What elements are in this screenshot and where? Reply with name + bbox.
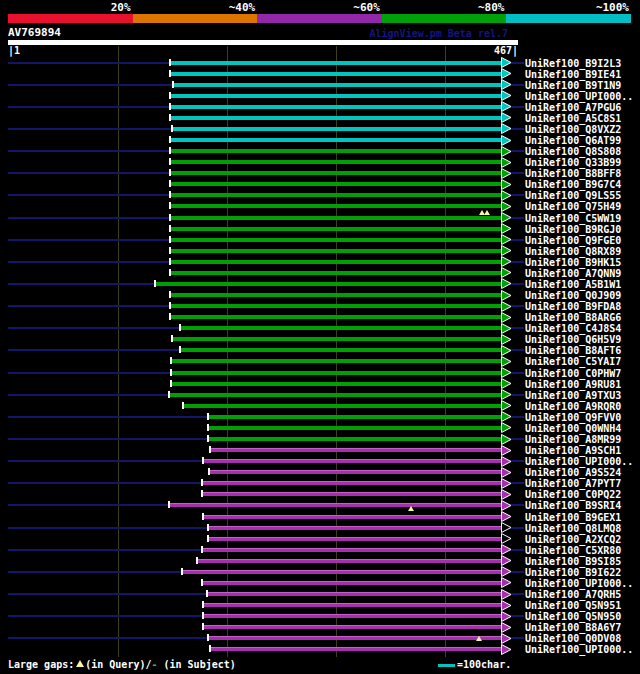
hit-label[interactable]: UniRef100_Q9FVV0 [525, 412, 621, 423]
hit-label[interactable]: UniRef100_UPI000.. [525, 456, 633, 467]
hit-label[interactable]: UniRef100_Q8RX89 [525, 246, 621, 257]
hit-label[interactable]: UniRef100_A9RU81 [525, 379, 621, 390]
hit-bar[interactable] [170, 182, 502, 186]
hit-bar[interactable] [207, 592, 502, 596]
hit-label[interactable]: UniRef100_Q0J909 [525, 290, 621, 301]
hit-label[interactable]: UniRef100_B9G7C4 [525, 179, 621, 190]
hit-bar[interactable] [170, 116, 502, 120]
hit-label[interactable]: UniRef100_A9RQR0 [525, 401, 621, 412]
hit-label[interactable]: UniRef100_Q75H49 [525, 201, 621, 212]
hit-bar[interactable] [203, 515, 502, 519]
hit-label[interactable]: UniRef100_Q33B99 [525, 157, 621, 168]
hit-bar[interactable] [155, 282, 502, 286]
hit-bar[interactable] [208, 426, 502, 430]
hit-label[interactable]: UniRef100_UPI000.. [525, 91, 633, 102]
hit-bar[interactable] [173, 83, 502, 87]
hit-label[interactable]: UniRef100_Q9FGE0 [525, 235, 621, 246]
hit-label[interactable]: UniRef100_B9T1N9 [525, 80, 621, 91]
hit-bar[interactable] [202, 581, 502, 585]
hit-label[interactable]: UniRef100_Q8LMQ8 [525, 523, 621, 534]
hit-bar[interactable] [170, 160, 502, 164]
hit-label[interactable]: UniRef100_B9RGJ0 [525, 224, 621, 235]
hit-label[interactable]: UniRef100_Q5N951 [525, 600, 621, 611]
hit-bar[interactable] [197, 559, 502, 563]
hit-bar[interactable] [170, 293, 502, 297]
hit-bar[interactable] [170, 304, 502, 308]
hit-label[interactable]: UniRef100_C0PHW7 [525, 368, 621, 379]
hit-bar[interactable] [170, 238, 502, 242]
hit-bar[interactable] [169, 503, 502, 507]
hit-bar[interactable] [203, 625, 502, 629]
hit-label[interactable]: UniRef100_A7PYT7 [525, 478, 621, 489]
hit-label[interactable]: UniRef100_A9TXU3 [525, 390, 621, 401]
hit-label[interactable]: UniRef100_B8AFT6 [525, 345, 621, 356]
hit-label[interactable]: UniRef100_A9S524 [525, 467, 621, 478]
hit-label[interactable]: UniRef100_UPI000.. [525, 578, 633, 589]
hit-label[interactable]: UniRef100_Q6AT99 [525, 135, 621, 146]
hit-label[interactable]: UniRef100_B9IE41 [525, 69, 621, 80]
hit-bar[interactable] [170, 216, 502, 220]
hit-bar[interactable] [202, 492, 502, 496]
hit-label[interactable]: UniRef100_B9HK15 [525, 257, 621, 268]
hit-label[interactable]: UniRef100_B9GEX1 [525, 512, 621, 523]
hit-label[interactable]: UniRef100_Q6H5V9 [525, 334, 621, 345]
hit-bar[interactable] [170, 149, 502, 153]
hit-bar[interactable] [210, 647, 502, 651]
hit-label[interactable]: UniRef100_Q8S808 [525, 146, 621, 157]
hit-bar[interactable] [202, 481, 502, 485]
hit-label[interactable]: UniRef100_B9SRI4 [525, 500, 621, 511]
hit-bar[interactable] [208, 526, 502, 530]
hit-bar[interactable] [170, 105, 502, 109]
hit-label[interactable]: UniRef100_Q9LS55 [525, 190, 621, 201]
hit-label[interactable]: UniRef100_A7PGU6 [525, 102, 621, 113]
hit-label[interactable]: UniRef100_A5B1W1 [525, 279, 621, 290]
hit-bar[interactable] [170, 260, 502, 264]
hit-bar[interactable] [203, 603, 502, 607]
hit-label[interactable]: UniRef100_A5C8S1 [525, 113, 621, 124]
hit-bar[interactable] [180, 326, 502, 330]
hit-label[interactable]: UniRef100_C5XR80 [525, 545, 621, 556]
hit-bar[interactable] [169, 393, 502, 397]
hit-label[interactable]: UniRef100_C4J8S4 [525, 323, 621, 334]
hit-label[interactable]: UniRef100_B9SI85 [525, 556, 621, 567]
hit-label[interactable]: UniRef100_B8ARG6 [525, 312, 621, 323]
hit-label[interactable]: UniRef100_C5WW19 [525, 213, 621, 224]
hit-label[interactable]: UniRef100_B9FDA8 [525, 301, 621, 312]
hit-label[interactable]: UniRef100_A8MR99 [525, 434, 621, 445]
hit-label[interactable]: UniRef100_B8BFF8 [525, 168, 621, 179]
hit-bar[interactable] [171, 371, 502, 375]
hit-label[interactable]: UniRef100_UPI000.. [525, 644, 633, 655]
hit-bar[interactable] [170, 138, 502, 142]
hit-bar[interactable] [203, 459, 502, 463]
hit-bar[interactable] [170, 94, 502, 98]
hit-label[interactable]: UniRef100_Q0WNH4 [525, 423, 621, 434]
hit-bar[interactable] [208, 636, 502, 640]
hit-bar[interactable] [209, 470, 502, 474]
hit-bar[interactable] [170, 61, 502, 65]
hit-bar[interactable] [172, 337, 502, 341]
hit-bar[interactable] [170, 72, 502, 76]
hit-bar[interactable] [170, 249, 502, 253]
hit-bar[interactable] [208, 415, 502, 419]
hit-label[interactable]: UniRef100_A9SCH1 [525, 445, 621, 456]
hit-label[interactable]: UniRef100_A7QNN9 [525, 268, 621, 279]
hit-bar[interactable] [210, 448, 502, 452]
hit-label[interactable]: UniRef100_C0PQ22 [525, 489, 621, 500]
hit-label[interactable]: UniRef100_B9I622 [525, 567, 621, 578]
hit-label[interactable]: UniRef100_Q0DV08 [525, 633, 621, 644]
hit-bar[interactable] [171, 382, 502, 386]
hit-label[interactable]: UniRef100_A7QRH5 [525, 589, 621, 600]
hit-bar[interactable] [170, 271, 502, 275]
hit-bar[interactable] [203, 614, 502, 618]
hit-bar[interactable] [180, 348, 502, 352]
hit-bar[interactable] [170, 204, 502, 208]
hit-bar[interactable] [171, 359, 502, 363]
hit-bar[interactable] [170, 315, 502, 319]
hit-bar[interactable] [170, 171, 502, 175]
hit-label[interactable]: UniRef100_B8A6Y7 [525, 622, 621, 633]
hit-label[interactable]: UniRef100_B9I2L3 [525, 58, 621, 69]
hit-bar[interactable] [208, 437, 502, 441]
hit-bar[interactable] [183, 404, 502, 408]
hit-label[interactable]: UniRef100_A2XCQ2 [525, 534, 621, 545]
hit-bar[interactable] [182, 570, 502, 574]
